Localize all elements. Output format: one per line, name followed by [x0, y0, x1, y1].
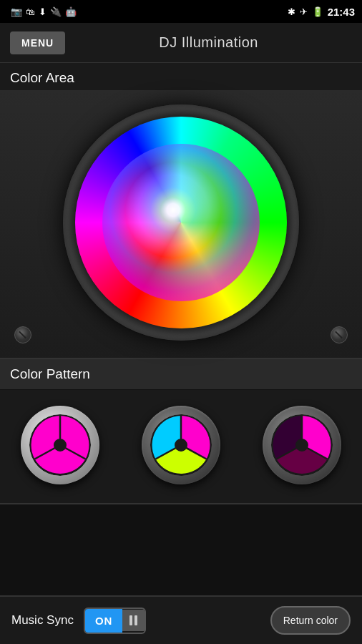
- airplane-icon: ✈: [300, 6, 308, 17]
- pattern-button-1[interactable]: [21, 406, 99, 484]
- return-color-button[interactable]: Return color: [270, 606, 351, 635]
- status-icons: 📷 🛍 ⬇ 🔌 🤖: [7, 6, 283, 17]
- toggle-on-button[interactable]: ON: [85, 609, 123, 633]
- pattern-button-3[interactable]: [263, 406, 341, 484]
- pattern-button-2[interactable]: [142, 406, 220, 484]
- color-pattern-area: [0, 390, 362, 504]
- pause-icon: [129, 615, 137, 625]
- color-pattern-label: Color Pattern: [0, 358, 362, 390]
- svg-point-4: [54, 439, 67, 452]
- bluetooth-icon: ✱: [288, 6, 295, 17]
- status-bar: 📷 🛍 ⬇ 🔌 🤖 ✱ ✈ 🔋 21:43: [0, 0, 362, 23]
- toolbar: MENU DJ Illumination: [0, 23, 362, 63]
- svg-point-9: [175, 439, 187, 452]
- pattern-svg-3: [271, 414, 333, 476]
- download-icon: ⬇: [39, 6, 47, 17]
- pattern-outer-2: [142, 406, 220, 484]
- store-icon: 🛍: [26, 6, 35, 17]
- color-wheel-inner: [102, 144, 260, 301]
- pause-bar-right: [134, 615, 137, 625]
- svg-point-14: [295, 439, 308, 452]
- app-title: DJ Illumination: [65, 34, 352, 51]
- color-wheel-area[interactable]: [0, 90, 362, 358]
- battery-icon: 🔋: [312, 6, 323, 17]
- pattern-svg-2: [150, 414, 212, 476]
- menu-button[interactable]: MENU: [10, 31, 65, 54]
- bottom-bar: Music Sync ON Return color: [0, 595, 362, 644]
- color-area-label: Color Area: [0, 63, 362, 90]
- status-time: 21:43: [328, 6, 355, 18]
- pattern-inner-1: [29, 414, 91, 476]
- pattern-inner-2: [150, 414, 212, 476]
- color-wheel-outer-ring: [63, 104, 299, 341]
- pattern-inner-3: [271, 414, 333, 476]
- toggle-group[interactable]: ON: [84, 608, 147, 634]
- music-sync-label: Music Sync: [11, 613, 74, 628]
- pattern-outer-1: [21, 406, 99, 484]
- android-icon: 🤖: [65, 6, 77, 17]
- pattern-svg-1: [29, 414, 91, 476]
- usb-icon: 🔌: [50, 6, 62, 17]
- camera-icon: 📷: [11, 6, 22, 17]
- color-wheel-rim[interactable]: [75, 117, 287, 328]
- toggle-pause-button[interactable]: [122, 610, 145, 631]
- pause-bar-left: [129, 615, 132, 625]
- screw-top-right: [331, 326, 348, 343]
- pattern-outer-3: [263, 406, 341, 484]
- screw-top-left: [14, 326, 31, 343]
